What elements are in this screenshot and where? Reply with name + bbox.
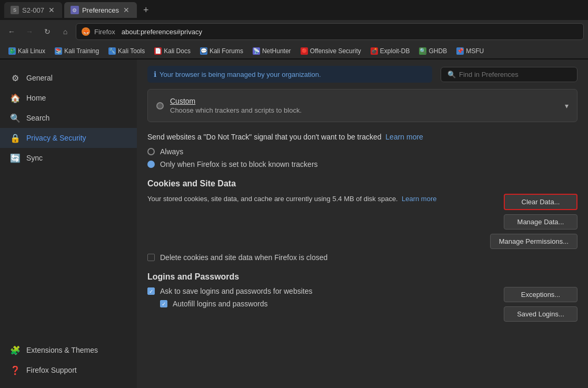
back-button[interactable]: ← — [4, 24, 19, 39]
dnt-trackers-label: Only when Firefox is set to block known … — [160, 160, 318, 168]
privacy-security-icon: 🔒 — [11, 133, 20, 143]
bookmark-offensive-security[interactable]: 🔴 Offensive Security — [296, 46, 365, 56]
url-display: about:preferences#privacy — [122, 28, 202, 36]
sync-icon: 🔄 — [11, 153, 20, 163]
sidebar-home-label: Home — [26, 94, 46, 102]
sidebar-item-privacy-security[interactable]: 🔒 Privacy & Security — [0, 128, 137, 148]
tab-preferences[interactable]: ⚙ Preferences ✕ — [64, 2, 137, 18]
msfu-label: MSFU — [466, 47, 484, 55]
dnt-text: Send websites a "Do Not Track" signal th… — [147, 133, 382, 141]
bookmark-msfu[interactable]: 📌 MSFU — [452, 46, 488, 56]
forward-button[interactable]: → — [22, 24, 37, 39]
dnt-section: Send websites a "Do Not Track" signal th… — [147, 133, 577, 168]
bookmark-kali-forums[interactable]: 💬 Kali Forums — [196, 46, 247, 56]
cookies-text: Your stored cookies, site data, and cach… — [147, 194, 480, 213]
sidebar-support-label: Firefox Support — [26, 366, 77, 374]
dnt-trackers-radio[interactable] — [147, 161, 155, 168]
home-icon: 🏠 — [11, 93, 20, 103]
general-icon: ⚙ — [11, 73, 20, 83]
address-bar[interactable]: 🦊 Firefox about:preferences#privacy — [76, 23, 584, 40]
kali-tools-icon: 🔧 — [108, 47, 116, 55]
home-button[interactable]: ⌂ — [58, 24, 73, 39]
logins-section: Logins and Passwords ✓ Ask to save login… — [147, 272, 577, 322]
kali-linux-icon: 🐉 — [8, 47, 16, 55]
sidebar: ⚙ General 🏠 Home 🔍 Search 🔒 Privacy & Se… — [0, 59, 137, 388]
exceptions-button[interactable]: Exceptions... — [504, 287, 577, 302]
bookmark-ghdb[interactable]: 🔍 GHDB — [415, 46, 451, 56]
custom-dropdown-desc: Choose which trackers and scripts to blo… — [170, 106, 302, 114]
saved-logins-button[interactable]: Saved Logins... — [504, 306, 577, 322]
kali-forums-label: Kali Forums — [210, 47, 243, 55]
ask-save-row[interactable]: ✓ Ask to save logins and passwords for w… — [147, 287, 493, 295]
bookmarks-bar: 🐉 Kali Linux 📚 Kali Training 🔧 Kali Tool… — [0, 43, 588, 59]
bookmark-kali-tools[interactable]: 🔧 Kali Tools — [104, 46, 149, 56]
tab-s2-007-icon: S — [11, 6, 19, 14]
tab-s2-007-label: S2-007 — [22, 6, 44, 14]
tab-preferences-close[interactable]: ✕ — [122, 6, 131, 14]
custom-radio-dot — [156, 102, 164, 110]
dnt-always-radio[interactable] — [147, 148, 155, 155]
ask-save-checkbox[interactable]: ✓ — [147, 287, 155, 295]
sidebar-item-extensions-themes[interactable]: 🧩 Extensions & Themes — [0, 340, 137, 360]
sidebar-bottom: 🧩 Extensions & Themes ❓ Firefox Support — [0, 340, 137, 380]
delete-cookies-checkbox[interactable] — [147, 254, 155, 261]
kali-docs-icon: 📄 — [154, 47, 162, 55]
extensions-themes-icon: 🧩 — [11, 345, 20, 355]
tab-s2-007-close[interactable]: ✕ — [47, 6, 56, 14]
sidebar-extensions-label: Extensions & Themes — [26, 346, 98, 354]
autofill-checkbox[interactable]: ✓ — [160, 300, 167, 307]
tab-preferences-label: Preferences — [82, 6, 119, 14]
find-preferences-container[interactable]: 🔍 — [441, 67, 577, 82]
dropdown-arrow-icon: ▾ — [565, 102, 569, 110]
firefox-logo-icon: 🦊 — [82, 27, 90, 36]
ghdb-label: GHDB — [428, 47, 447, 55]
nethunter-icon: 📡 — [253, 47, 260, 55]
delete-cookies-row[interactable]: Delete cookies and site data when Firefo… — [147, 249, 577, 262]
sidebar-item-home[interactable]: 🏠 Home — [0, 88, 137, 108]
search-sidebar-icon: 🔍 — [11, 113, 20, 123]
new-tab-button[interactable]: + — [139, 3, 153, 18]
tab-bar: S S2-007 ✕ ⚙ Preferences ✕ + — [0, 0, 588, 20]
sidebar-item-search[interactable]: 🔍 Search — [0, 108, 137, 128]
msfu-icon: 📌 — [456, 47, 464, 55]
sidebar-item-general[interactable]: ⚙ General — [0, 68, 137, 88]
bookmark-kali-linux[interactable]: 🐉 Kali Linux — [4, 46, 49, 56]
bookmark-kali-docs[interactable]: 📄 Kali Docs — [150, 46, 195, 56]
sidebar-item-firefox-support[interactable]: ❓ Firefox Support — [0, 360, 137, 380]
find-preferences-input[interactable] — [459, 71, 571, 78]
tab-s2-007[interactable]: S S2-007 ✕ — [4, 2, 62, 18]
sidebar-nav: ⚙ General 🏠 Home 🔍 Search 🔒 Privacy & Se… — [0, 68, 137, 168]
reload-button[interactable]: ↻ — [40, 24, 55, 39]
autofill-row[interactable]: ✓ Autofill logins and passwords — [160, 300, 493, 308]
info-icon: ℹ — [154, 70, 156, 78]
cookies-section-title: Cookies and Site Data — [147, 179, 577, 188]
bookmark-kali-training[interactable]: 📚 Kali Training — [51, 46, 103, 56]
browser-chrome: S S2-007 ✕ ⚙ Preferences ✕ + ← → ↻ ⌂ 🦊 F… — [0, 0, 588, 59]
dnt-trackers-option[interactable]: Only when Firefox is set to block known … — [147, 160, 577, 168]
dnt-always-option[interactable]: Always — [147, 147, 577, 156]
ask-save-label: Ask to save logins and passwords for web… — [160, 287, 312, 295]
kali-forums-icon: 💬 — [200, 47, 207, 55]
cookies-learn-more-link[interactable]: Learn more — [402, 195, 436, 203]
cookie-actions: Clear Data... Manage Data... Manage Perm… — [490, 194, 577, 249]
ghdb-icon: 🔍 — [419, 47, 426, 55]
sidebar-sync-label: Sync — [26, 154, 43, 162]
sidebar-item-sync[interactable]: 🔄 Sync — [0, 148, 137, 168]
logins-text: ✓ Ask to save logins and passwords for w… — [147, 287, 493, 312]
cookies-desc: Your stored cookies, site data, and cach… — [147, 194, 480, 204]
kali-training-label: Kali Training — [64, 47, 99, 55]
bookmark-exploit-db[interactable]: 💣 Exploit-DB — [366, 46, 414, 56]
browser-name-label: Firefox — [94, 28, 115, 36]
logins-section-title: Logins and Passwords — [147, 272, 577, 282]
logins-actions: Exceptions... Saved Logins... — [504, 287, 577, 322]
bookmark-nethunter[interactable]: 📡 NetHunter — [248, 46, 295, 56]
manage-data-button[interactable]: Manage Data... — [504, 214, 577, 230]
clear-data-button[interactable]: Clear Data... — [504, 194, 577, 210]
dnt-learn-more-link[interactable]: Learn more — [385, 133, 423, 141]
custom-dropdown-left: Custom Choose which trackers and scripts… — [156, 97, 302, 114]
offensive-security-label: Offensive Security — [310, 47, 361, 55]
manage-permissions-button[interactable]: Manage Permissions... — [490, 234, 577, 249]
custom-dropdown-content: Custom Choose which trackers and scripts… — [170, 97, 302, 114]
managed-notice-text: Your browser is being managed by your or… — [160, 71, 321, 78]
custom-dropdown[interactable]: Custom Choose which trackers and scripts… — [147, 89, 577, 122]
